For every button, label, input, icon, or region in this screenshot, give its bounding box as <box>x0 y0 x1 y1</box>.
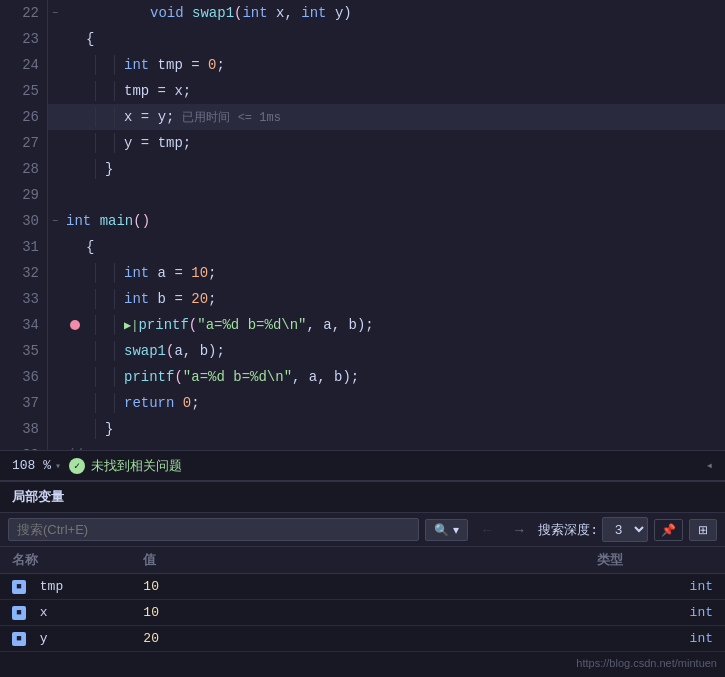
col-header-type: 类型 <box>585 547 725 574</box>
var-icon-x: ■ <box>12 606 26 620</box>
code-line-23: { <box>48 26 725 52</box>
execution-time: 已用时间 <= 1ms <box>182 109 280 126</box>
search-bar: 🔍 ▾ ← → 搜索深度: 3 1 2 4 5 📌 ⊞ <box>0 513 725 547</box>
var-name-tmp: ■ tmp <box>0 574 131 600</box>
zoom-dropdown-arrow[interactable]: ▾ <box>55 460 61 472</box>
var-type-x: int <box>585 600 725 626</box>
search-button[interactable]: 🔍 ▾ <box>425 519 468 541</box>
depth-control: 搜索深度: 3 1 2 4 5 <box>538 517 648 542</box>
code-line-27: y = tmp; <box>48 130 725 156</box>
depth-select[interactable]: 3 1 2 4 5 <box>602 517 648 542</box>
zoom-value: 108 % <box>12 458 51 473</box>
panel-title: 局部变量 <box>0 482 725 513</box>
fold-icon-22[interactable]: − <box>52 8 66 19</box>
search-input[interactable] <box>8 518 419 541</box>
code-line-35: swap1(a, b); <box>48 338 725 364</box>
nav-forward-button[interactable]: → <box>506 519 532 541</box>
code-line-39: − // <box>48 442 725 450</box>
code-line-32: int a = 10; <box>48 260 725 286</box>
variables-table: 名称 值 类型 ■ tmp 10 int ■ x 10 int <box>0 547 725 652</box>
code-line-26: ⇒ x = y; 已用时间 <= 1ms <box>48 104 725 130</box>
code-line-28: } <box>48 156 725 182</box>
col-header-value: 值 <box>131 547 585 574</box>
pin-button[interactable]: 📌 <box>654 519 683 541</box>
search-icon: 🔍 <box>434 523 449 537</box>
status-ok: ✓ 未找到相关问题 <box>69 457 182 475</box>
ok-icon: ✓ <box>69 458 85 474</box>
var-type-y: int <box>585 626 725 652</box>
var-type-tmp: int <box>585 574 725 600</box>
col-header-name: 名称 <box>0 547 131 574</box>
bp-arrow: ▶| <box>124 318 138 333</box>
var-name-y: ■ y <box>0 626 131 652</box>
var-value-y: 20 <box>131 626 585 652</box>
table-row: ■ y 20 int <box>0 626 725 652</box>
zoom-control[interactable]: 108 % ▾ <box>12 458 61 473</box>
nav-back-button[interactable]: ← <box>474 519 500 541</box>
watermark: https://blog.csdn.net/mintuen <box>576 657 717 669</box>
tab-button[interactable]: ⊞ <box>689 519 717 541</box>
code-line-24: int tmp = 0; <box>48 52 725 78</box>
code-line-29 <box>48 182 725 208</box>
code-line-37: return 0; <box>48 390 725 416</box>
scroll-indicator[interactable]: ◂ <box>706 458 713 473</box>
breakpoint-dot[interactable] <box>70 320 80 330</box>
table-row: ■ x 10 int <box>0 600 725 626</box>
code-line-34: ▶| printf("a=%d b=%d\n", a, b); <box>48 312 725 338</box>
var-icon-y: ■ <box>12 632 26 646</box>
status-bar: 108 % ▾ ✓ 未找到相关问题 ◂ <box>0 450 725 480</box>
line-numbers: 22 23 24 25 26 27 28 29 30 31 32 33 34 3… <box>0 0 48 450</box>
var-value-x: 10 <box>131 600 585 626</box>
status-text: 未找到相关问题 <box>91 457 182 475</box>
code-line-33: int b = 20; <box>48 286 725 312</box>
code-line-31: { <box>48 234 725 260</box>
code-line-36: printf("a=%d b=%d\n", a, b); <box>48 364 725 390</box>
code-content: − void swap1(int x, int y) { int tmp = 0… <box>48 0 725 450</box>
variables-panel: 局部变量 🔍 ▾ ← → 搜索深度: 3 1 2 4 5 📌 ⊞ 名称 值 <box>0 480 725 677</box>
var-value-tmp: 10 <box>131 574 585 600</box>
code-line-25: tmp = x; <box>48 78 725 104</box>
search-dropdown-arrow: ▾ <box>453 523 459 537</box>
code-line-30: − int main() <box>48 208 725 234</box>
table-row: ■ tmp 10 int <box>0 574 725 600</box>
code-editor: 22 23 24 25 26 27 28 29 30 31 32 33 34 3… <box>0 0 725 450</box>
var-icon-tmp: ■ <box>12 580 26 594</box>
var-name-x: ■ x <box>0 600 131 626</box>
code-line-22: − void swap1(int x, int y) <box>48 0 725 26</box>
code-line-38: } <box>48 416 725 442</box>
depth-label: 搜索深度: <box>538 521 598 539</box>
